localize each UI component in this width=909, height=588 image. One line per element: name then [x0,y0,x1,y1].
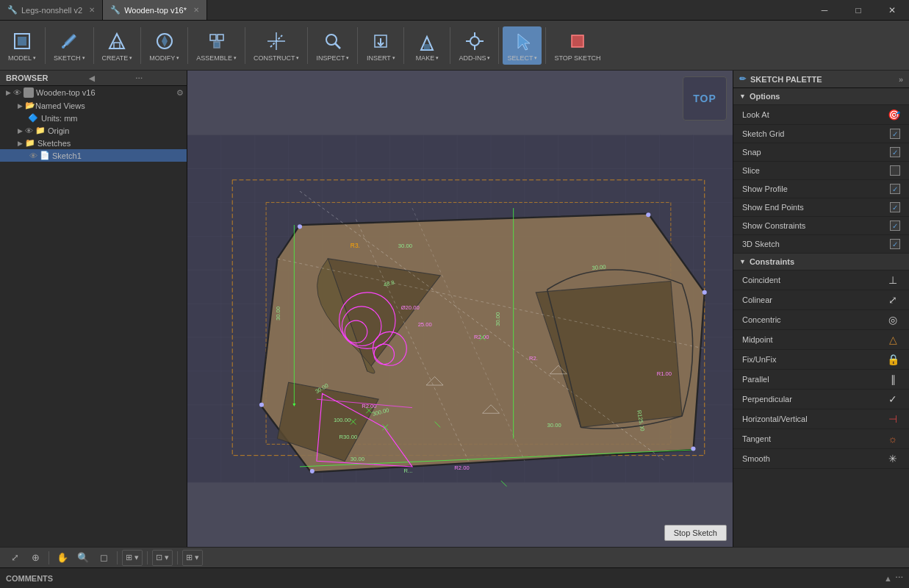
tree-eye-origin[interactable]: 👁 [25,126,33,135]
tree-icon-units: 🔷 [28,113,38,123]
section-options[interactable]: ▼ Options [733,88,909,105]
option-show-constraints[interactable]: Show Constraints [733,217,909,235]
checkbox-sketch-grid[interactable] [890,129,900,139]
constraint-coincident[interactable]: Coincident ⊥ [733,270,909,290]
toolbar-select[interactable]: SELECT ▾ [503,26,542,65]
svg-point-87 [646,212,650,217]
midpoint-icon: △ [885,334,900,345]
toolbar-insert[interactable]: INSERT ▾ [362,26,400,65]
section-constraints[interactable]: ▼ Constraints [733,254,909,270]
checkbox-3d-sketch[interactable] [890,239,900,249]
bt-zoom[interactable]: 🔍 [74,550,92,566]
checkbox-show-endpoints[interactable] [890,202,900,212]
constraint-colinear[interactable]: Colinear ⤢ [733,290,909,310]
checkbox-slice[interactable] [890,165,900,176]
toolbar-modify[interactable]: MODIFY ▾ [145,26,184,65]
bt-home[interactable]: ⤢ [6,550,24,566]
window-controls: ─ □ ✕ [808,0,909,21]
constraint-tangent[interactable]: Tangent ☼ [733,429,909,449]
browser-header: BROWSER ◀ ⋯ [0,71,187,86]
constraint-concentric[interactable]: Concentric ◎ [733,310,909,330]
canvas-area[interactable]: 30.00 30.00 30.00 30.00 48.8 30.00 30.00… [187,71,733,547]
stop-sketch-button[interactable]: Stop Sketch [664,525,727,541]
tree-item-origin[interactable]: ▶ 👁 📁 Origin [0,124,187,137]
toolbar-construct[interactable]: CONSTRUCT ▾ [249,26,304,65]
toolbar-create[interactable]: CREATE ▾ [98,26,137,65]
palette-expand[interactable]: » [899,75,903,84]
option-show-profile[interactable]: Show Profile [733,180,909,198]
browser-collapse[interactable]: ◀ [89,74,95,82]
constraint-fix-unfix[interactable]: Fix/UnFix 🔒 [733,350,909,370]
tab-legs[interactable]: 🔧 Legs-nonshell v2 ✕ [0,0,103,20]
view-cube[interactable]: TOP [683,76,727,121]
svg-point-90 [310,469,315,473]
create-label: CREATE ▾ [102,54,133,62]
bt-orbit[interactable]: ⊕ [26,550,44,566]
toolbar-stop-sketch[interactable]: STOP SKETCH [550,26,605,65]
tree-item-wooden-top[interactable]: ▶ 👁 Wooden-top v16 ⚙ [0,86,187,99]
tree-item-named-views[interactable]: ▶ 📂 Named Views [0,99,187,112]
option-3d-sketch[interactable]: 3D Sketch [733,235,909,254]
toolbar-sketch[interactable]: SKETCH ▾ [49,26,90,65]
sketch-canvas[interactable]: 30.00 30.00 30.00 30.00 48.8 30.00 30.00… [187,71,733,547]
tree-arrow-named-views: ▶ [18,102,23,110]
option-sketch-grid[interactable]: Sketch Grid [733,125,909,143]
svg-text:R30.00: R30.00 [339,434,358,440]
bt-pan[interactable]: ✋ [54,550,71,566]
constraint-perpendicular[interactable]: Perpendicular ✓ [733,390,909,409]
constraint-parallel[interactable]: Parallel ∥ [733,370,909,390]
tree-eye-sketch1[interactable]: 👁 [29,151,37,160]
bt-grid[interactable]: ⊡ ▾ [152,550,173,566]
svg-text:30.00: 30.00 [495,312,501,326]
toolbar-inspect[interactable]: INSPECT ▾ [312,26,353,65]
tree-item-sketch1[interactable]: 👁 📄 Sketch1 [0,149,187,162]
addins-label: ADD-INS ▾ [459,54,490,62]
checkbox-snap[interactable] [890,147,900,157]
checkbox-show-constraints[interactable] [890,220,900,231]
tab-wooden-close[interactable]: ✕ [193,6,199,14]
svg-rect-21 [572,35,583,47]
tree-item-sketches[interactable]: ▶ 📁 Sketches [0,137,187,149]
constraint-horizontal-vertical[interactable]: Horizontal/Vertical ⊣ [733,409,909,429]
win-maximize[interactable]: □ [841,0,875,21]
option-snap[interactable]: Snap [733,143,909,162]
bt-view-options[interactable]: ⊞ ▾ [182,550,203,566]
tree-eye-wooden[interactable]: 👁 [13,88,21,97]
win-close[interactable]: ✕ [875,0,909,21]
toolbar-sep-11 [545,27,546,64]
toolbar-model[interactable]: MODEL ▾ [3,26,41,65]
option-look-at[interactable]: Look At 🎯 [733,105,909,125]
svg-text:R1.00: R1.00 [657,370,672,377]
win-minimize[interactable]: ─ [808,0,841,21]
svg-point-16 [470,37,479,46]
parallel-icon: ∥ [885,373,900,385]
svg-text:Ø20.00: Ø20.00 [401,304,420,311]
main-area: BROWSER ◀ ⋯ ▶ 👁 Wooden-top v16 ⚙ ▶ 📂 Nam… [0,71,909,547]
bt-display-mode[interactable]: ⊞ ▾ [122,550,143,566]
select-label: SELECT ▾ [507,54,537,62]
tab-legs-close[interactable]: ✕ [89,6,95,14]
toolbar-sep-9 [450,27,450,64]
tab-wooden[interactable]: 🔧 Wooden-top v16* ✕ [103,0,207,20]
bt-zoom-fit[interactable]: ◻ [95,550,112,566]
sketch-palette: ✏ SKETCH PALETTE » ▼ Options Look At 🎯 S… [733,71,909,547]
tree-gear-wooden[interactable]: ⚙ [176,88,184,98]
tree-label-sketch1: Sketch1 [52,151,82,160]
comments-expand[interactable]: ▲ [884,574,892,583]
option-show-endpoints[interactable]: Show End Points [733,198,909,217]
comments-options[interactable]: ⋯ [895,573,903,583]
option-slice[interactable]: Slice [733,162,909,180]
toolbar-assemble[interactable]: ASSEMBLE ▾ [192,26,241,65]
browser-panel: BROWSER ◀ ⋯ ▶ 👁 Wooden-top v16 ⚙ ▶ 📂 Nam… [0,71,187,547]
toolbar-addins[interactable]: ADD-INS ▾ [454,26,495,65]
toolbar-make[interactable]: MAKE ▾ [408,26,446,65]
look-at-icon[interactable]: 🎯 [888,109,900,121]
make-label: MAKE ▾ [416,54,439,62]
insert-label: INSERT ▾ [367,54,395,62]
constraint-smooth[interactable]: Smooth ✳ [733,449,909,469]
checkbox-show-profile[interactable] [890,184,900,194]
stop-sketch-label: STOP SKETCH [554,54,600,62]
tab-bar: 🔧 Legs-nonshell v2 ✕ 🔧 Wooden-top v16* ✕… [0,0,909,21]
browser-options[interactable]: ⋯ [135,74,143,82]
constraint-midpoint[interactable]: Midpoint △ [733,330,909,350]
